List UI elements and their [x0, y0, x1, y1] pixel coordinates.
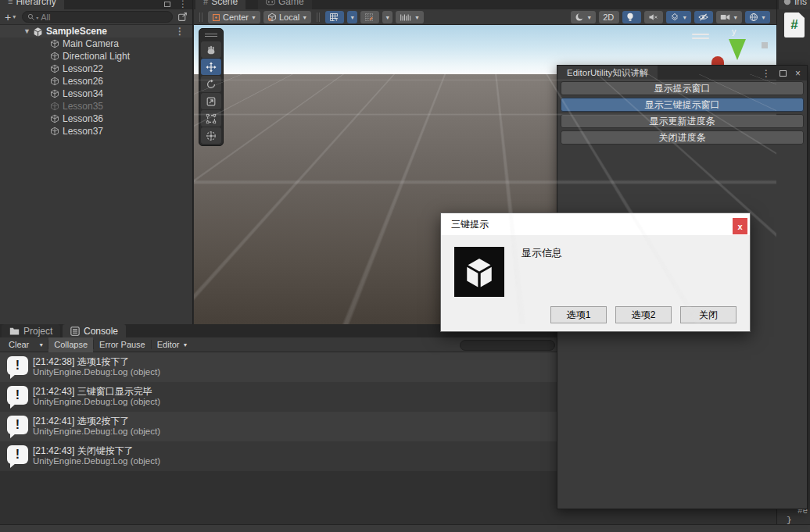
- chevron-down-icon: ▼: [302, 15, 307, 20]
- tab-scene[interactable]: # Scene: [195, 0, 246, 9]
- hierarchy-tree: ▼ SampleScene ⋮ Main Camera Directional …: [0, 25, 192, 324]
- hierarchy-item[interactable]: Lesson26: [0, 75, 192, 87]
- kebab-menu-icon[interactable]: ⋮: [178, 0, 188, 9]
- scene-visibility-button[interactable]: [694, 11, 713, 23]
- tools-overlay: [199, 28, 224, 146]
- close-icon[interactable]: ×: [795, 68, 801, 79]
- gameobject-cube-icon: [50, 77, 59, 86]
- console-search[interactable]: [460, 340, 555, 351]
- plus-icon: +: [5, 11, 11, 23]
- tab-game[interactable]: Game: [258, 0, 312, 9]
- dialog-title-bar[interactable]: 三键提示: [441, 213, 750, 235]
- pivot-mode-button[interactable]: Center▼: [208, 11, 260, 23]
- clear-button[interactable]: Clear: [3, 337, 34, 352]
- option1-button[interactable]: 选项1: [550, 306, 607, 323]
- transform-icon: [206, 130, 217, 141]
- show-tip-window-button[interactable]: 显示提示窗口: [561, 81, 804, 95]
- toolbar-drag-handle[interactable]: [199, 12, 202, 22]
- show-progress-bar-button[interactable]: 显示更新进度条: [561, 114, 804, 128]
- shading-mode-button[interactable]: ▼: [571, 11, 596, 23]
- maximize-icon[interactable]: [780, 70, 787, 77]
- option2-button[interactable]: 选项2: [615, 306, 672, 323]
- hierarchy-search[interactable]: ▾: [22, 11, 173, 23]
- dialog-title: 三键提示: [451, 218, 489, 231]
- snap-settings-button[interactable]: ▼: [396, 11, 424, 23]
- lighting-toggle-button[interactable]: [622, 11, 641, 23]
- grid-visibility-button[interactable]: Y: [325, 11, 344, 23]
- inspector-icon: [783, 0, 791, 5]
- grid-visibility-dropdown[interactable]: ▼: [347, 11, 357, 23]
- hierarchy-item-disabled[interactable]: Lesson35: [0, 100, 192, 112]
- axis-y-cone[interactable]: [729, 39, 746, 60]
- hierarchy-item[interactable]: Lesson36: [0, 112, 192, 125]
- camera-settings-button[interactable]: ▼: [716, 11, 742, 23]
- tab-inspector[interactable]: Ins: [779, 0, 810, 9]
- scene-grid-icon: #: [203, 0, 208, 6]
- toolbar-drag-handle[interactable]: [317, 12, 320, 22]
- local-cube-icon: [267, 12, 277, 22]
- overlay-drag-handle-icon[interactable]: [201, 31, 221, 39]
- chevron-down-icon: ▼: [733, 15, 738, 20]
- scene-overlay-menu-icon[interactable]: [692, 31, 709, 41]
- search-icon: [27, 13, 35, 21]
- csharp-script-icon[interactable]: #: [784, 12, 805, 37]
- hierarchy-item[interactable]: Main Camera: [0, 37, 192, 50]
- chevron-down-icon: ▼: [349, 15, 355, 20]
- snap-increment-dropdown[interactable]: ▼: [382, 11, 392, 23]
- hierarchy-item[interactable]: Lesson22: [0, 62, 192, 75]
- snap-grid-icon: [364, 12, 374, 22]
- audio-toggle-button[interactable]: [644, 11, 663, 23]
- orientation-gizmo[interactable]: y: [710, 27, 772, 66]
- view-hand-tool-button[interactable]: [201, 41, 221, 58]
- tab-console[interactable]: Console: [63, 324, 126, 337]
- camera-icon: [720, 13, 730, 21]
- tab-hierarchy[interactable]: ≡ Hierarchy: [0, 0, 64, 9]
- dialog-message: 显示信息: [521, 246, 562, 260]
- close-progress-bar-button[interactable]: 关闭进度条: [561, 130, 804, 145]
- folder-icon: [9, 327, 20, 335]
- error-pause-button[interactable]: Error Pause: [94, 337, 151, 352]
- dialog-close-button[interactable]: x: [733, 218, 747, 234]
- lightbulb-icon: [626, 12, 634, 22]
- hierarchy-item[interactable]: Lesson34: [0, 87, 192, 100]
- effects-icon: [670, 12, 679, 22]
- gameobject-cube-icon: [50, 89, 59, 98]
- scene-picker-icon[interactable]: [177, 12, 188, 22]
- kebab-menu-icon[interactable]: ⋮: [175, 26, 185, 37]
- editor-utility-tab[interactable]: EditorUtility知识讲解: [557, 66, 658, 80]
- tab-hierarchy-label: Hierarchy: [16, 0, 56, 7]
- editor-target-dropdown[interactable]: Editor▼: [152, 337, 194, 352]
- kebab-menu-icon[interactable]: ⋮: [762, 68, 771, 79]
- hierarchy-item[interactable]: Directional Light: [0, 50, 192, 62]
- tab-project[interactable]: Project: [2, 324, 60, 337]
- chevron-down-icon: ▼: [586, 15, 592, 20]
- scale-icon: [206, 96, 217, 107]
- move-tool-button[interactable]: [201, 59, 221, 75]
- unity-editor-window: ≡ Hierarchy ⋮ +▾ ▾ ▼ SampleScene: [0, 0, 810, 532]
- snap-increment-button[interactable]: [360, 11, 379, 23]
- scene-name: SampleScene: [46, 26, 107, 37]
- svg-text:Y: Y: [335, 17, 339, 22]
- rotate-tool-button[interactable]: [201, 76, 221, 92]
- editor-utility-title-bar[interactable]: EditorUtility知识讲解 ⋮ ×: [557, 66, 807, 80]
- add-object-button[interactable]: +▾: [5, 11, 16, 23]
- hierarchy-item[interactable]: Lesson37: [0, 125, 192, 137]
- collapse-button[interactable]: Collapse: [48, 337, 93, 352]
- transform-tool-button[interactable]: [201, 127, 221, 144]
- close-button[interactable]: 关闭: [680, 306, 737, 323]
- scene-root-row[interactable]: ▼ SampleScene ⋮: [0, 25, 192, 37]
- scale-tool-button[interactable]: [201, 93, 221, 109]
- show-three-key-window-button[interactable]: 显示三键提示窗口: [561, 98, 804, 112]
- rect-tool-button[interactable]: [201, 110, 221, 127]
- hierarchy-search-input[interactable]: [41, 12, 167, 22]
- clear-dropdown[interactable]: ▼: [34, 337, 48, 352]
- effects-toggle-button[interactable]: ▼: [666, 11, 691, 23]
- console-search-input[interactable]: [464, 341, 568, 350]
- 2d-toggle-button[interactable]: 2D: [599, 11, 619, 23]
- orientation-button[interactable]: Local▼: [263, 11, 311, 23]
- foldout-arrow-icon[interactable]: ▼: [23, 27, 33, 35]
- gizmos-toggle-button[interactable]: ▼: [745, 11, 770, 23]
- log-info-icon: !: [7, 356, 28, 375]
- pivot-icon: [212, 13, 220, 22]
- maximize-icon[interactable]: [164, 2, 170, 7]
